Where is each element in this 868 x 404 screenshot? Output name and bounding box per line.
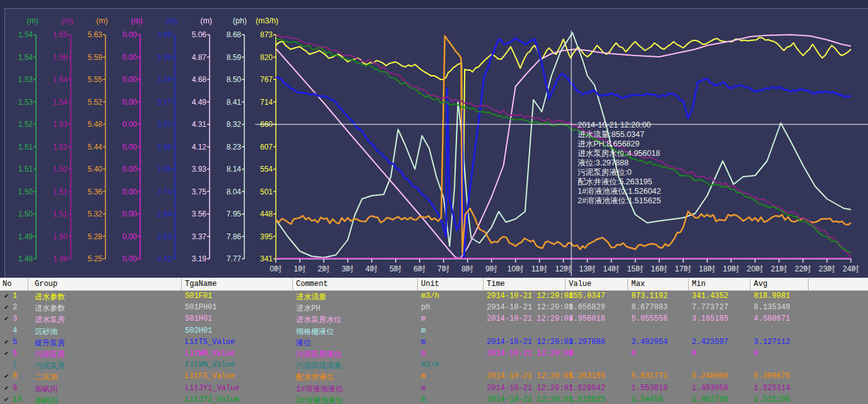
table-row[interactable]: ✔9加矾间LitJY1_Value1#溶液池液位m2014-10-21 12:2… xyxy=(0,383,868,394)
column-separator[interactable] xyxy=(292,278,294,290)
y-axis-tick-label: 1.49 xyxy=(18,232,33,241)
x-axis-hour-label: 15时 xyxy=(627,264,643,273)
cell-time: 2014-10-21 12:20:01 xyxy=(487,303,573,312)
column-header-group[interactable]: Group xyxy=(35,280,57,288)
x-axis-hour-label: 18时 xyxy=(699,264,715,273)
cell-value: 4.956018 xyxy=(569,314,605,323)
cell-time: 2014-10-21 12:20:01 xyxy=(487,292,573,300)
y-axis-tick-label: 4.49 xyxy=(192,98,207,107)
cell-no: 6 xyxy=(13,349,17,358)
row-visible-checkmark-icon[interactable]: ✔ xyxy=(4,292,9,300)
row-visible-checkmark-icon[interactable]: ✔ xyxy=(4,384,9,392)
y-axis-tick-label: 1.50 xyxy=(18,210,33,218)
table-row[interactable]: ✔1进水参数S01F01进水流量m3/h2014-10-21 12:20:018… xyxy=(0,290,868,302)
row-visible-checkmark-icon[interactable]: ✔ xyxy=(4,314,9,323)
y-axis-tick-label: 5.55 xyxy=(88,75,103,84)
series-line-distribution-well-level xyxy=(276,36,851,252)
cell-group: 进水参数 xyxy=(35,303,65,314)
y-axis-tick-label: 0.00 xyxy=(122,30,138,39)
y-axis-tick-label: 3.19 xyxy=(192,254,207,263)
column-header-max[interactable]: Max xyxy=(631,280,645,288)
row-visible-checkmark-icon[interactable]: ✔ xyxy=(4,395,9,403)
table-row[interactable]: ✔2进水参数S01PH01进水PHph2014-10-21 12:20:018.… xyxy=(0,302,868,313)
y-axis-tick-label: 8.23 xyxy=(227,143,242,152)
cell-min: 1.493056 xyxy=(692,384,728,393)
table-row[interactable]: ✔6污泥泵房LitWN_Value污泥泵房液位m2014-10-21 12:20… xyxy=(0,348,868,359)
cell-min: 7.773727 xyxy=(692,303,728,312)
cell-unit: m xyxy=(421,395,425,404)
cell-avg: 5.309675 xyxy=(754,372,790,381)
column-separator[interactable] xyxy=(627,278,629,290)
cell-avg: 4.580671 xyxy=(754,314,790,323)
y-axis-tick-label: 0.00 xyxy=(122,165,138,174)
cell-no: 8 xyxy=(13,372,17,381)
column-header-comment[interactable]: Comment xyxy=(296,280,328,288)
row-visible-checkmark-icon[interactable]: ✔ xyxy=(4,338,9,346)
table-header-row[interactable]: NoGroupTgaNameCommentUnitTimeValueMaxMin… xyxy=(0,278,868,291)
column-header-min[interactable]: Min xyxy=(692,280,706,288)
y-axis-unit-label: (ph) xyxy=(233,16,247,25)
column-separator[interactable] xyxy=(808,278,809,290)
column-header-tganame[interactable]: TgaName xyxy=(185,280,217,288)
y-axis-tick-label: 1.49 xyxy=(53,254,68,263)
column-header-no[interactable]: No xyxy=(3,280,11,288)
x-axis-hour-label: 3时 xyxy=(342,264,354,273)
table-row[interactable]: ✔8二沉池LitFS_Value配水井液位m2014-10-21 12:20:0… xyxy=(0,371,868,382)
column-header-time[interactable]: Time xyxy=(487,280,505,288)
y-axis-tick-label: 1.48 xyxy=(18,254,33,263)
trend-chart-panel: (m)1.541.541.531.531.521.511.511.501.501… xyxy=(0,0,868,278)
cell-time: 2014-10-21 12:20:01 xyxy=(487,395,573,404)
column-separator[interactable] xyxy=(750,278,751,290)
cell-no: 7 xyxy=(13,360,17,369)
cell-no: 1 xyxy=(13,292,17,300)
y-axis-tick-label: 8.41 xyxy=(227,98,242,107)
table-row[interactable]: 7污泥泵房FitWN_Value污泥回流流量m3/h xyxy=(0,359,868,371)
cell-avg: 0 xyxy=(754,349,758,358)
y-axis-tick-label: 1.51 xyxy=(18,143,33,152)
column-separator[interactable] xyxy=(483,278,484,290)
column-separator[interactable] xyxy=(565,278,566,290)
table-row[interactable]: ✔5提升泵房LitTS_Value液位m2014-10-21 12:20:013… xyxy=(0,336,868,348)
y-axis-tick-label: 1.51 xyxy=(53,187,68,196)
row-visible-checkmark-icon[interactable]: ✔ xyxy=(4,372,9,380)
column-header-value[interactable]: Value xyxy=(569,280,592,288)
y-axis-unit-label: (m3/h) xyxy=(256,16,278,25)
y-axis-tick-label: 1.51 xyxy=(53,210,68,218)
trend-chart[interactable]: (m)1.541.541.531.531.521.511.511.501.501… xyxy=(0,0,868,278)
cell-comment: 进水流量 xyxy=(296,292,326,302)
cell-comment: 进水PH xyxy=(296,303,320,314)
cell-unit: m xyxy=(421,372,425,381)
y-axis-tick-label: 7.95 xyxy=(227,210,242,218)
column-separator[interactable] xyxy=(28,278,29,290)
cell-tganame: LitTS_Value xyxy=(185,338,235,347)
row-visible-checkmark-icon[interactable]: ✔ xyxy=(4,349,9,357)
table-row[interactable]: ✔10加矾间LitJY2_Value2#溶液池液位m2014-10-21 12:… xyxy=(0,394,868,404)
cell-tganame: S01PH01 xyxy=(185,303,217,312)
table-row[interactable]: ✔3进水泵房S01H01进水泵房水位m2014-10-21 12:20:014.… xyxy=(0,313,868,324)
row-visible-checkmark-icon[interactable]: ✔ xyxy=(4,303,9,311)
column-separator[interactable] xyxy=(417,278,419,290)
y-axis-tick-label: 820 xyxy=(260,53,273,62)
x-axis-hour-label: 22时 xyxy=(795,264,811,273)
column-separator[interactable] xyxy=(688,278,689,290)
table-row[interactable]: 4沉砂池S02H01细格栅液位m xyxy=(0,325,868,336)
y-axis-tick-label: 5.48 xyxy=(88,120,103,129)
cell-value: 1.515625 xyxy=(569,395,605,404)
cell-min: 0 xyxy=(692,349,696,358)
x-axis-hour-label: 1时 xyxy=(294,264,306,273)
y-axis-tick-label: 1.53 xyxy=(18,75,33,84)
cell-comment: 污泥泵房液位 xyxy=(296,349,342,360)
cell-time: 2014-10-21 12:20:01 xyxy=(487,314,573,323)
y-axis-tick-label: 8.50 xyxy=(227,75,242,84)
column-separator[interactable] xyxy=(181,278,182,290)
column-header-avg[interactable]: Avg xyxy=(754,280,768,288)
cell-group: 二沉池 xyxy=(35,372,57,383)
cell-tganame: LitFS_Value xyxy=(185,372,235,381)
cell-group: 提升泵房 xyxy=(35,338,65,348)
y-axis-tick-label: 8.04 xyxy=(227,187,242,196)
column-header-unit[interactable]: Unit xyxy=(421,280,439,288)
cell-no: 3 xyxy=(13,314,17,323)
cell-comment: 2#溶液池液位 xyxy=(296,395,343,404)
series-line-solution-tank-1-level xyxy=(276,35,851,257)
y-axis-tick-label: 1.50 xyxy=(53,232,68,241)
